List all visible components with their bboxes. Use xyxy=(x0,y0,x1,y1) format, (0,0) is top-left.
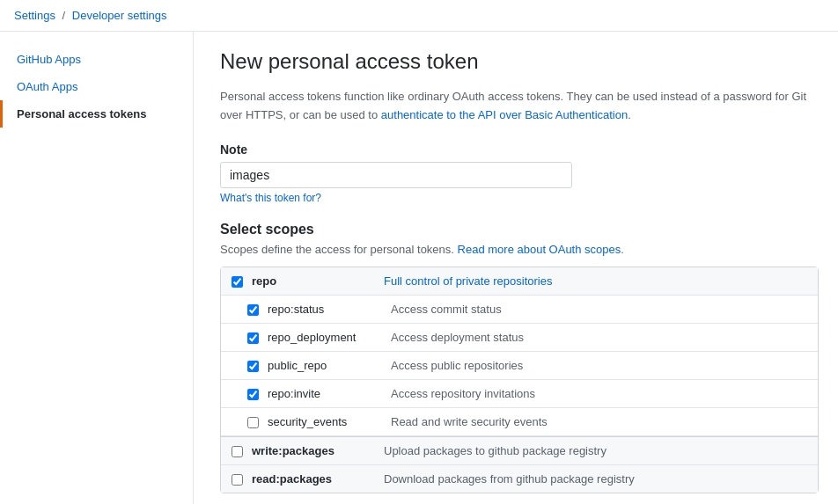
scope-check-public-repo[interactable] xyxy=(247,361,259,372)
scope-desc-repo-invite: Access repository invitations xyxy=(391,387,807,400)
scopes-desc-text: Scopes define the access for personal to… xyxy=(220,243,458,256)
breadcrumb-separator: / xyxy=(62,9,66,22)
description: Personal access tokens function like ord… xyxy=(220,88,819,125)
scope-row-repo: repo Full control of private repositorie… xyxy=(221,267,818,296)
page-title: New personal access token xyxy=(220,49,819,74)
scope-check-repo-status[interactable] xyxy=(247,304,259,316)
breadcrumb-settings[interactable]: Settings xyxy=(14,9,55,22)
scope-desc-read-packages: Download packages from github package re… xyxy=(384,472,807,486)
scope-check-security-events[interactable] xyxy=(247,417,259,428)
scope-row-repo-invite: repo:invite Access repository invitation… xyxy=(221,380,818,408)
description-text-2: . xyxy=(628,108,631,121)
note-hint[interactable]: What's this token for? xyxy=(220,192,819,204)
scope-row-repo-deployment: repo_deployment Access deployment status xyxy=(221,324,818,352)
scopes-table: repo Full control of private repositorie… xyxy=(220,267,819,493)
scope-row-security-events: security_events Read and write security … xyxy=(221,408,818,436)
scopes-section: Select scopes Scopes define the access f… xyxy=(220,222,819,493)
scope-row-read-packages: read:packages Download packages from git… xyxy=(221,465,818,493)
scope-row-public-repo: public_repo Access public repositories xyxy=(221,352,818,380)
scope-row-repo-status: repo:status Access commit status xyxy=(221,296,818,324)
sidebar-item-oauth-apps[interactable]: OAuth Apps xyxy=(0,73,193,100)
scope-check-repo[interactable] xyxy=(232,276,243,288)
scope-name-security-events: security_events xyxy=(268,415,391,428)
scope-desc-public-repo: Access public repositories xyxy=(391,359,807,372)
scope-name-repo-deployment: repo_deployment xyxy=(268,331,391,344)
main-content: New personal access token Personal acces… xyxy=(194,32,838,504)
sidebar-item-personal-access-tokens[interactable]: Personal access tokens xyxy=(0,100,193,128)
note-form-group: Note What's this token for? xyxy=(220,142,819,204)
scope-row-write-packages: write:packages Upload packages to github… xyxy=(221,436,818,465)
scope-desc-security-events: Read and write security events xyxy=(391,415,807,428)
scope-name-read-packages: read:packages xyxy=(252,472,384,486)
scope-name-public-repo: public_repo xyxy=(268,359,391,372)
scope-check-read-packages[interactable] xyxy=(232,474,243,486)
scope-name-repo: repo xyxy=(252,274,384,288)
scope-check-repo-deployment[interactable] xyxy=(247,332,259,344)
scope-name-repo-invite: repo:invite xyxy=(268,387,391,400)
sidebar: GitHub Apps OAuth Apps Personal access t… xyxy=(0,32,194,504)
scope-desc-write-packages: Upload packages to github package regist… xyxy=(384,444,807,457)
scopes-link[interactable]: Read more about OAuth scopes xyxy=(458,243,621,256)
scope-name-repo-status: repo:status xyxy=(268,303,391,316)
scope-check-repo-invite[interactable] xyxy=(247,389,259,400)
scope-desc-repo: Full control of private repositories xyxy=(384,274,807,288)
scopes-title: Select scopes xyxy=(220,222,819,237)
note-label: Note xyxy=(220,142,819,157)
scope-check-write-packages[interactable] xyxy=(232,446,243,457)
scope-name-write-packages: write:packages xyxy=(252,444,384,457)
layout: GitHub Apps OAuth Apps Personal access t… xyxy=(0,32,838,504)
scope-desc-repo-status: Access commit status xyxy=(391,303,807,316)
sidebar-item-github-apps[interactable]: GitHub Apps xyxy=(0,46,193,73)
note-input[interactable] xyxy=(220,162,572,188)
breadcrumb: Settings / Developer settings xyxy=(0,0,838,32)
description-link[interactable]: authenticate to the API over Basic Authe… xyxy=(381,108,628,121)
scopes-description: Scopes define the access for personal to… xyxy=(220,243,819,256)
breadcrumb-developer-settings[interactable]: Developer settings xyxy=(72,9,167,22)
scope-desc-repo-deployment: Access deployment status xyxy=(391,331,807,344)
